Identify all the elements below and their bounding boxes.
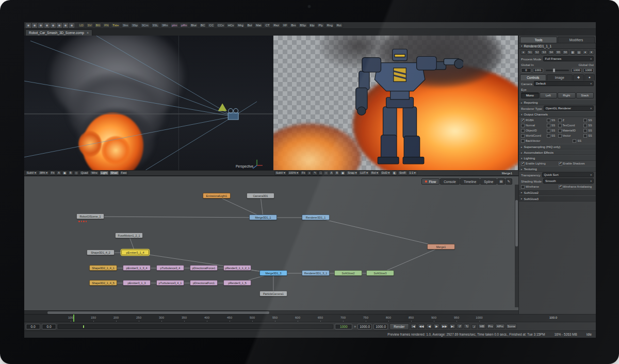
toggle-mb[interactable]: MB — [478, 324, 486, 329]
tool-button-ply[interactable]: Ply — [317, 23, 324, 28]
flow-tab-timeline[interactable]: Timeline — [460, 178, 480, 185]
tool-button-bc[interactable]: BC — [199, 23, 206, 28]
flow-node-robotglscene-1[interactable]: RobotGlScene_1 — [76, 213, 104, 219]
viewport-merge-preview[interactable] — [273, 36, 518, 170]
subtab-[interactable]: ● — [584, 74, 595, 80]
flow-node-pemitter3-1-3[interactable]: pEmitter3_1_3 — [123, 280, 151, 286]
checkbox-ss[interactable]: SS — [547, 124, 557, 127]
flow-area[interactable]: EmissionalLight1Camera3D1RobotGlScene_1M… — [24, 176, 518, 310]
toggle-prx[interactable]: Prx — [487, 324, 495, 329]
tool-button-bm[interactable]: Bm — [289, 23, 297, 28]
tool-button-fn[interactable]: FN — [103, 23, 110, 28]
checkbox-box[interactable] — [583, 129, 587, 133]
flow-node-softglow2[interactable]: SoftGlow2 — [334, 270, 362, 276]
checkbox-box[interactable] — [558, 124, 562, 127]
header-icon[interactable]: ▦ — [570, 50, 576, 55]
view-toolbar-button-quad[interactable]: Quad — [79, 171, 89, 175]
view-toolbar-button-subv[interactable]: SubV ▾ — [25, 171, 38, 175]
renderer-type-dropdown[interactable]: OpenGL Renderer — [544, 106, 594, 111]
window-layout-icon[interactable]: ▣ — [32, 23, 37, 28]
checkbox-box[interactable] — [521, 129, 525, 133]
tool-button-rct[interactable]: Rct — [335, 23, 343, 28]
global-in-field[interactable]: 0 — [521, 68, 531, 73]
toggle-some[interactable]: Some — [506, 324, 517, 329]
view-toolbar-button-lut[interactable]: LUT ▾ — [359, 171, 369, 175]
checkbox-box[interactable] — [547, 119, 550, 122]
tool-button-blur[interactable]: Blur — [189, 23, 198, 28]
view-toolbar-button-a[interactable]: A — [56, 171, 61, 175]
transport-button[interactable]: ◀◀ — [418, 324, 426, 329]
transport-button[interactable]: ▶▶ — [441, 324, 448, 329]
playhead[interactable] — [73, 315, 74, 322]
window-layout-icon[interactable]: ▣ — [57, 23, 62, 28]
eye-button-stack[interactable]: Stack — [576, 92, 594, 98]
checkbox-box[interactable] — [521, 185, 525, 189]
shading-mode-dropdown[interactable]: Smooth — [543, 178, 594, 184]
view-toolbar-button-[interactable]: ◇ — [74, 171, 79, 175]
tool-button-txt[interactable]: Txt+ — [111, 23, 120, 28]
flow-node-emissionallight1[interactable]: EmissionalLight1 — [203, 193, 231, 198]
checkbox-rgba[interactable]: RGBA — [521, 119, 546, 122]
composition-tab[interactable]: Robot_Car_Smash_3D_Scene.comp × — [25, 29, 92, 36]
eye-button-left[interactable]: Left — [540, 92, 558, 98]
tool-header[interactable]: ▾ Renderer3D1_1_1 — [519, 43, 596, 49]
flow-node-merge1[interactable]: Merge1 — [427, 244, 455, 250]
eye-button-right[interactable]: Right — [558, 92, 576, 98]
checkbox-ss[interactable]: SS — [583, 119, 594, 122]
transport-button[interactable]: ◀ — [426, 324, 432, 329]
view-toolbar-button-b[interactable]: B — [68, 171, 73, 175]
render-start-field[interactable]: 1001 — [533, 68, 543, 73]
version-button-[interactable]: ≡ — [520, 50, 526, 55]
window-layout-icon[interactable]: ▣ — [63, 23, 68, 28]
flow-tab-console[interactable]: Console — [440, 178, 460, 185]
tool-button-3cm[interactable]: 3Cm — [140, 23, 150, 28]
flow-node-softglow3[interactable]: SoftGlow3 — [366, 270, 394, 276]
tool-button-mrg[interactable]: Mrg — [236, 23, 245, 28]
global-out-field[interactable]: 1000 — [583, 68, 594, 73]
header-icon[interactable]: ▤ — [576, 50, 582, 55]
time-field-1[interactable]: 0.0 — [26, 324, 40, 329]
view-toolbar-button-b[interactable]: B — [334, 171, 339, 175]
range-start-field[interactable]: 1000.0 — [357, 324, 372, 329]
section-accumulation-effects[interactable]: ▸ Accumulation Effects — [519, 150, 596, 155]
view-toolbar-button-wire[interactable]: Wire — [90, 171, 99, 175]
checkbox-box[interactable] — [558, 119, 562, 122]
view-toolbar-button-fit[interactable]: Fit — [50, 171, 56, 175]
view-toolbar-button-[interactable]: □ — [318, 171, 323, 175]
subtab-image[interactable]: Image — [547, 74, 573, 80]
tool-button-3sp[interactable]: 3Sp — [131, 23, 139, 28]
render-button[interactable]: Render — [389, 323, 409, 330]
tool-button-3rn[interactable]: 3Rn — [160, 23, 169, 28]
view-toolbar-button-[interactable]: ◧ — [392, 171, 397, 175]
inspector-tab-modifiers[interactable]: Modifiers — [558, 37, 595, 43]
section-supersampling[interactable]: ▸ Supersampling (HiQ only) — [519, 144, 596, 150]
section-softglow2[interactable]: ▸ SoftGlow2 — [519, 189, 596, 195]
transport-button[interactable]: ▶| — [449, 324, 455, 329]
view-toolbar-button-[interactable]: ▣ — [340, 171, 346, 175]
camera-dropdown[interactable]: Default — [534, 81, 594, 86]
viewport-3d-perspective[interactable]: Perspective — [24, 36, 273, 170]
flow-node-renderer3d1-1[interactable]: Renderer3D1_1 — [302, 214, 330, 220]
window-layout-icon[interactable]: ▣ — [38, 23, 43, 28]
checkbox-ss[interactable]: SS — [547, 119, 557, 122]
time-field-2[interactable]: 0.0 — [42, 324, 56, 329]
window-layout-icon[interactable]: ▣ — [44, 23, 50, 28]
flow-tab-spline[interactable]: Spline — [480, 178, 497, 185]
render-end-field[interactable]: 1000 — [572, 68, 582, 73]
flow-tab-flow[interactable]: Flow — [421, 178, 439, 185]
checkbox-objectid[interactable]: ObjectID — [521, 129, 546, 133]
checkbox-ss[interactable]: SS — [583, 124, 594, 127]
checkbox-ss[interactable]: SS — [573, 139, 594, 143]
tool-button-ct[interactable]: CT — [264, 23, 271, 28]
subtab-[interactable]: ◆ — [573, 74, 584, 80]
checkbox-box[interactable] — [547, 134, 550, 138]
view-toolbar-button-[interactable]: ○ — [323, 171, 328, 175]
flow-horizontal-scrollbar[interactable] — [24, 310, 518, 314]
view-toolbar-button-[interactable]: ▣ — [62, 171, 68, 175]
view-mode-label[interactable]: Perspective — [236, 164, 253, 168]
tool-button-elp[interactable]: Elp — [308, 23, 316, 28]
checkbox-box[interactable] — [573, 139, 576, 143]
version-button-s5[interactable]: S5 — [555, 50, 562, 55]
version-button-s1[interactable]: S1 — [527, 50, 533, 55]
transparency-dropdown[interactable]: Quick Sort — [542, 172, 594, 177]
